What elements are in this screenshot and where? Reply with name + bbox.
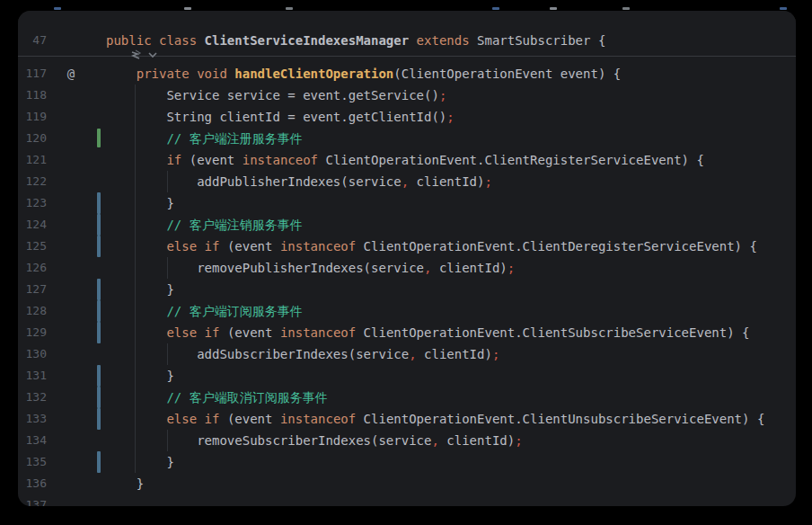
gutter xyxy=(57,451,84,473)
code-line[interactable]: 118 Service service = event.getService()… xyxy=(18,85,796,106)
line-number[interactable]: 118 xyxy=(18,85,57,106)
code-text: private void handleClientOperation(Clien… xyxy=(106,63,621,85)
code-line[interactable]: 122 addPublisherIndexes(service, clientI… xyxy=(18,171,796,192)
code-text: addPublisherIndexes(service, clientId); xyxy=(106,171,492,192)
gutter xyxy=(57,171,84,192)
intention-widget-icon[interactable] xyxy=(129,49,160,61)
code-line[interactable]: 126 removePublisherIndexes(service, clie… xyxy=(18,257,796,279)
line-number[interactable]: 123 xyxy=(18,192,57,214)
line-number[interactable]: 129 xyxy=(18,322,57,343)
code-text: else if (event instanceof ClientOperatio… xyxy=(106,236,757,257)
modified-change-marker[interactable] xyxy=(97,451,101,473)
code-line[interactable]: 131 } xyxy=(18,365,796,387)
line-number[interactable]: 126 xyxy=(18,257,57,279)
gutter xyxy=(57,494,84,506)
top-speck xyxy=(550,7,557,10)
code-text: removeSubscriberIndexes(service, clientI… xyxy=(106,430,523,451)
code-line[interactable]: 123 } xyxy=(18,192,796,214)
code-line[interactable]: 121 if (event instanceof ClientOperation… xyxy=(18,149,796,171)
code-text: } xyxy=(106,473,144,494)
line-number[interactable]: 132 xyxy=(18,387,57,408)
modified-change-marker[interactable] xyxy=(97,300,101,322)
code-text: else if (event instanceof ClientOperatio… xyxy=(106,408,764,430)
modified-change-marker[interactable] xyxy=(97,236,101,257)
modified-change-marker[interactable] xyxy=(97,387,101,408)
code-text: else if (event instanceof ClientOperatio… xyxy=(106,322,749,343)
gutter xyxy=(57,387,84,408)
line-number[interactable]: 117 xyxy=(18,63,57,85)
annotation-gutter-icon[interactable]: @ xyxy=(57,63,84,85)
code-line[interactable]: 137 xyxy=(18,494,796,506)
line-number[interactable]: 136 xyxy=(18,473,57,494)
code-text: String clientId = event.getClientId(); xyxy=(106,106,455,128)
top-speck xyxy=(492,7,499,10)
modified-change-marker[interactable] xyxy=(97,279,101,300)
top-speck xyxy=(780,7,787,10)
code-text: public class ClientServiceIndexesManager… xyxy=(106,25,605,56)
modified-change-marker[interactable] xyxy=(97,192,101,214)
top-speck xyxy=(54,7,61,10)
line-number[interactable]: 127 xyxy=(18,279,57,300)
code-line[interactable]: 136 } xyxy=(18,473,796,494)
code-text: // 客户端订阅服务事件 xyxy=(106,300,303,322)
added-change-marker[interactable] xyxy=(97,129,101,147)
line-number[interactable]: 134 xyxy=(18,430,57,451)
code-text: Service service = event.getService(); xyxy=(106,85,446,106)
top-speck xyxy=(184,7,191,10)
code-text: // 客户端取消订阅服务事件 xyxy=(106,387,328,408)
gutter xyxy=(57,25,84,56)
code-line[interactable]: 128 // 客户端订阅服务事件 xyxy=(18,300,796,322)
gutter xyxy=(57,322,84,343)
top-speck xyxy=(286,7,293,10)
line-number[interactable]: 133 xyxy=(18,408,57,430)
modified-change-marker[interactable] xyxy=(97,365,101,387)
gutter xyxy=(57,214,84,236)
line-number[interactable]: 122 xyxy=(18,171,57,192)
modified-change-marker[interactable] xyxy=(97,322,101,343)
line-number[interactable]: 47 xyxy=(18,25,57,56)
line-number[interactable]: 119 xyxy=(18,106,57,128)
code-text: } xyxy=(106,365,174,387)
gutter xyxy=(57,408,84,430)
modified-change-marker[interactable] xyxy=(97,408,101,430)
code-line[interactable]: 129 else if (event instanceof ClientOper… xyxy=(18,322,796,343)
code-line[interactable]: 133 else if (event instanceof ClientOper… xyxy=(18,408,796,430)
screen: 47public class ClientServiceIndexesManag… xyxy=(0,0,812,525)
code-line[interactable]: 117@ private void handleClientOperation(… xyxy=(18,63,796,85)
line-number[interactable]: 137 xyxy=(18,494,57,506)
code-text: } xyxy=(106,279,174,300)
line-number[interactable]: 128 xyxy=(18,300,57,322)
code-line[interactable]: 135 } xyxy=(18,451,796,473)
gutter xyxy=(57,236,84,257)
editor-window: 47public class ClientServiceIndexesManag… xyxy=(18,11,796,506)
code-line[interactable]: 119 String clientId = event.getClientId(… xyxy=(18,106,796,128)
line-number[interactable]: 120 xyxy=(18,128,57,149)
gutter xyxy=(57,365,84,387)
line-number[interactable]: 135 xyxy=(18,451,57,473)
line-number[interactable]: 130 xyxy=(18,343,57,365)
code-line[interactable]: 130 addSubscriberIndexes(service, client… xyxy=(18,343,796,365)
line-number[interactable]: 125 xyxy=(18,236,57,257)
code-text: // 客户端注销服务事件 xyxy=(106,214,303,236)
top-speck xyxy=(622,7,630,10)
gutter xyxy=(57,257,84,279)
code-line[interactable]: 124 // 客户端注销服务事件 xyxy=(18,214,796,236)
modified-change-marker[interactable] xyxy=(97,214,101,236)
code-text: } xyxy=(106,192,174,214)
code-line[interactable]: 134 removeSubscriberIndexes(service, cli… xyxy=(18,430,796,451)
code-text: // 客户端注册服务事件 xyxy=(106,128,303,149)
line-number[interactable]: 121 xyxy=(18,149,57,171)
gutter xyxy=(57,192,84,214)
code-line[interactable]: 127 } xyxy=(18,279,796,300)
line-number[interactable]: 131 xyxy=(18,365,57,387)
code-area[interactable]: 117@ private void handleClientOperation(… xyxy=(18,63,796,506)
gutter xyxy=(57,149,84,171)
code-text: } xyxy=(106,451,174,473)
gutter xyxy=(57,430,84,451)
code-line[interactable]: 125 else if (event instanceof ClientOper… xyxy=(18,236,796,257)
line-number[interactable]: 124 xyxy=(18,214,57,236)
gutter xyxy=(57,473,84,494)
code-line[interactable]: 132 // 客户端取消订阅服务事件 xyxy=(18,387,796,408)
code-line[interactable]: 120 // 客户端注册服务事件 xyxy=(18,128,796,149)
gutter xyxy=(57,300,84,322)
